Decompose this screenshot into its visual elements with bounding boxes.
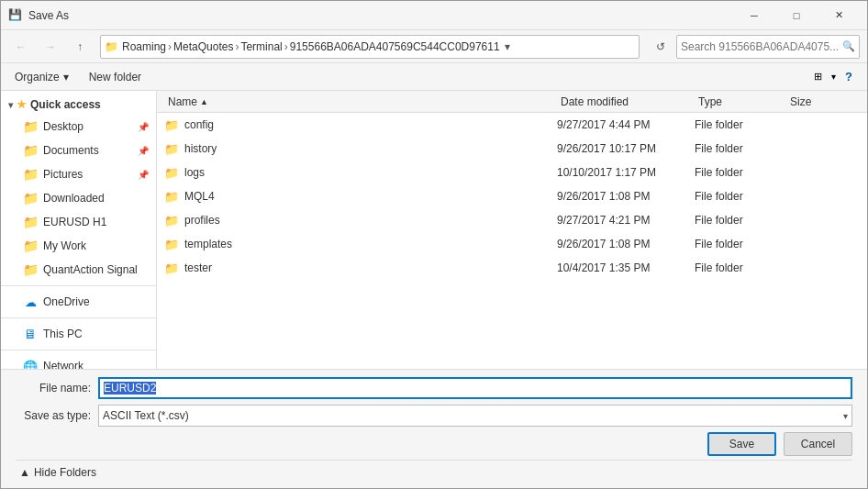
view-dropdown-icon[interactable]: ▾	[831, 72, 836, 82]
savetype-select[interactable]: ASCII Text (*.csv) ▾	[98, 405, 852, 427]
sidebar-divider-2	[1, 317, 156, 318]
file-type: File folder	[695, 190, 786, 203]
file-name: templates	[184, 238, 232, 250]
quick-access-chevron-icon: ▾	[8, 100, 13, 110]
desktop-folder-icon: 📁	[23, 119, 38, 134]
sidebar-item-desktop[interactable]: 📁 Desktop 📌	[1, 115, 156, 139]
sidebar-item-network[interactable]: 🌐 Network	[1, 354, 156, 369]
minimize-button[interactable]: ─	[733, 1, 775, 30]
file-date: 9/26/2017 1:08 PM	[557, 190, 695, 203]
downloaded-folder-icon: 📁	[23, 191, 38, 206]
sidebar-item-documents[interactable]: 📁 Documents 📌	[1, 139, 156, 162]
thispc-icon: 🖥	[23, 327, 38, 341]
organize-button[interactable]: Organize ▾	[8, 66, 75, 88]
savetype-row: Save as type: ASCII Text (*.csv) ▾	[16, 405, 852, 427]
hide-folders-row: ▲ Hide Folders	[16, 460, 852, 481]
sidebar-item-mywork[interactable]: 📁 My Work	[1, 234, 156, 258]
folder-icon: 📁	[164, 166, 179, 180]
table-row[interactable]: 📁 tester 10/4/2017 1:35 PM File folder	[157, 256, 867, 280]
folder-icon: 📁	[164, 261, 179, 275]
sidebar: ▾ ★ Quick access 📁 Desktop 📌 📁 Documents…	[1, 91, 157, 369]
sidebar-item-onedrive[interactable]: ☁ OneDrive	[1, 290, 156, 314]
table-row[interactable]: 📁 profiles 9/27/2017 4:21 PM File folder	[157, 208, 867, 232]
table-row[interactable]: 📁 MQL4 9/26/2017 1:08 PM File folder	[157, 184, 867, 208]
file-name: config	[184, 118, 214, 131]
breadcrumb-folder-icon: 📁	[105, 40, 118, 53]
file-type: File folder	[695, 238, 786, 250]
file-name: profiles	[184, 214, 220, 227]
column-size-header[interactable]: Size	[786, 91, 860, 112]
breadcrumb-roaming: 📁 Roaming	[105, 40, 166, 53]
filename-label: File name:	[16, 382, 98, 395]
file-name: logs	[184, 166, 205, 179]
sidebar-item-pictures[interactable]: 📁 Pictures 📌	[1, 162, 156, 186]
up-button[interactable]: ↑	[67, 35, 93, 59]
sidebar-item-eurusd[interactable]: 📁 EURUSD H1	[1, 210, 156, 234]
file-date: 9/26/2017 10:17 PM	[557, 142, 695, 155]
view-toggle-button[interactable]: ⊞	[806, 66, 829, 88]
savetype-arrow-icon: ▾	[843, 411, 848, 421]
table-row[interactable]: 📁 logs 10/10/2017 1:17 PM File folder	[157, 161, 867, 184]
filename-row: File name:	[16, 377, 852, 399]
cancel-button[interactable]: Cancel	[784, 432, 852, 456]
network-icon: 🌐	[23, 359, 38, 369]
forward-button[interactable]: →	[38, 35, 63, 59]
file-date: 9/26/2017 1:08 PM	[557, 238, 695, 250]
file-type: File folder	[695, 261, 786, 274]
refresh-button[interactable]: ↺	[649, 35, 673, 59]
quick-access-label: Quick access	[30, 98, 101, 111]
close-button[interactable]: ✕	[818, 1, 860, 30]
sidebar-item-thispc[interactable]: 🖥 This PC	[1, 322, 156, 346]
search-box[interactable]: 🔍	[676, 35, 860, 59]
dialog-title: Save As	[28, 9, 733, 22]
sidebar-item-downloaded-label: Downloaded	[43, 192, 105, 205]
view-controls: ⊞ ▾ ?	[806, 66, 860, 88]
sidebar-item-desktop-label: Desktop	[43, 120, 83, 133]
breadcrumb-sep-2: ›	[235, 40, 239, 53]
folder-icon: 📁	[164, 142, 179, 156]
sidebar-item-eurusd-label: EURUSD H1	[43, 216, 106, 228]
table-row[interactable]: 📁 history 9/26/2017 10:17 PM File folder	[157, 137, 867, 161]
main-content: Name ▲ Date modified Type Size 📁 config	[157, 91, 867, 369]
bottom-bar: File name: Save as type: ASCII Text (*.c…	[1, 369, 867, 488]
mywork-folder-icon: 📁	[23, 239, 38, 253]
maximize-button[interactable]: □	[775, 1, 818, 30]
sidebar-item-onedrive-label: OneDrive	[43, 295, 90, 308]
folder-icon: 📁	[164, 118, 179, 132]
back-button[interactable]: ←	[8, 35, 34, 59]
breadcrumb-sep-1: ›	[168, 40, 172, 53]
content-area: ▾ ★ Quick access 📁 Desktop 📌 📁 Documents…	[1, 91, 867, 369]
table-row[interactable]: 📁 config 9/27/2017 4:44 PM File folder	[157, 113, 867, 137]
file-date: 9/27/2017 4:44 PM	[557, 118, 695, 131]
dialog-icon: 💾	[8, 8, 23, 23]
column-type-header[interactable]: Type	[695, 91, 786, 112]
title-bar: 💾 Save As ─ □ ✕	[1, 1, 867, 30]
sidebar-item-quantaction[interactable]: 📁 QuantAction Signal	[1, 258, 156, 282]
quick-access-header[interactable]: ▾ ★ Quick access	[1, 94, 156, 115]
column-name-header[interactable]: Name ▲	[164, 91, 557, 112]
file-type: File folder	[695, 166, 786, 179]
quick-access-icon: ★	[17, 98, 27, 111]
window-controls: ─ □ ✕	[733, 1, 860, 30]
sidebar-item-thispc-label: This PC	[43, 328, 83, 340]
search-input[interactable]	[681, 40, 842, 53]
secondary-toolbar: Organize ▾ New folder ⊞ ▾ ?	[1, 63, 867, 91]
hide-folders-label: Hide Folders	[34, 466, 96, 479]
sidebar-item-network-label: Network	[43, 360, 83, 369]
save-as-dialog: 💾 Save As ─ □ ✕ ← → ↑ 📁 Roaming › MetaQu…	[0, 0, 868, 489]
search-icon: 🔍	[842, 40, 855, 52]
eurusd-folder-icon: 📁	[23, 215, 38, 229]
folder-icon: 📁	[164, 214, 179, 228]
address-dropdown-button[interactable]: ▾	[500, 36, 515, 58]
hide-folders-button[interactable]: ▲ Hide Folders	[16, 464, 100, 481]
help-button[interactable]: ?	[838, 66, 860, 88]
organize-chevron-icon: ▾	[63, 71, 69, 83]
column-date-header[interactable]: Date modified	[557, 91, 695, 112]
new-folder-button[interactable]: New folder	[83, 66, 148, 88]
sidebar-item-downloaded[interactable]: 📁 Downloaded	[1, 186, 156, 210]
address-bar[interactable]: 📁 Roaming › MetaQuotes › Terminal › 9155…	[100, 35, 640, 59]
save-button[interactable]: Save	[707, 432, 776, 456]
table-row[interactable]: 📁 templates 9/26/2017 1:08 PM File folde…	[157, 232, 867, 256]
filename-input[interactable]	[98, 377, 852, 399]
button-row: Save Cancel	[16, 432, 852, 456]
